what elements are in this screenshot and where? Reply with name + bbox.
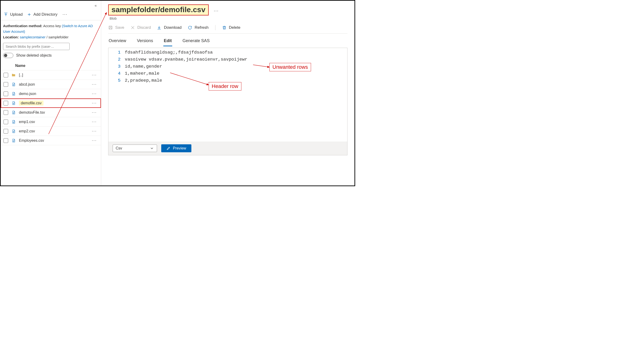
folder-icon — [11, 73, 16, 77]
row-more-button[interactable]: ··· — [90, 101, 98, 106]
file-icon — [11, 129, 16, 133]
download-icon — [157, 25, 162, 30]
location-label: Location: — [3, 35, 19, 39]
file-list-header: Name — [1, 62, 101, 70]
file-row[interactable]: Employees.csv··· — [1, 136, 101, 145]
command-bar: Save Discard Download Refresh Delete — [108, 24, 348, 34]
sidebar-toolbar: Upload Add Directory ··· — [1, 10, 101, 20]
row-checkbox[interactable] — [4, 110, 8, 115]
collapse-sidebar-icon[interactable]: « — [95, 4, 97, 8]
editor-footer: Csv Preview — [108, 142, 347, 155]
code-line: id,name,gender — [125, 63, 347, 70]
page-title: samplefolder/demofile.csv — [112, 6, 206, 14]
refresh-button[interactable]: Refresh — [188, 25, 209, 30]
line-number: 1 — [108, 49, 120, 56]
main-panel: samplefolder/demofile.csv ... Blob Save … — [101, 1, 354, 185]
show-deleted-toggle[interactable] — [3, 53, 13, 58]
title-annotation-box: samplefolder/demofile.csv — [108, 5, 209, 16]
row-checkbox[interactable] — [4, 138, 8, 143]
row-more-button[interactable]: ··· — [90, 73, 98, 77]
code-line: fdsahflidsangldsag;,fdsajfdsaofsa — [125, 49, 347, 56]
close-icon — [130, 25, 135, 30]
search-input[interactable] — [3, 43, 70, 50]
row-more-button[interactable]: ··· — [90, 129, 98, 134]
tab-overview[interactable]: Overview — [108, 38, 127, 46]
col-name[interactable]: Name — [15, 64, 26, 68]
code-line: vasoivew vdsav.pvanbae,joireaoienvr,savp… — [125, 56, 347, 63]
line-number: 5 — [108, 77, 120, 84]
file-name: emp1.csv — [19, 120, 35, 124]
upload-icon — [4, 12, 8, 17]
upload-button[interactable]: Upload — [4, 12, 23, 17]
row-checkbox[interactable] — [4, 73, 8, 77]
file-row[interactable]: emp1.csv··· — [1, 117, 101, 127]
row-more-button[interactable]: ··· — [90, 110, 98, 115]
refresh-label: Refresh — [195, 25, 209, 30]
file-name: demo.json — [19, 92, 36, 96]
row-checkbox[interactable] — [4, 120, 8, 124]
file-icon — [11, 110, 16, 115]
add-directory-button[interactable]: Add Directory — [27, 12, 58, 17]
breadcrumb-sep: / — [46, 35, 48, 39]
pencil-icon — [166, 146, 170, 150]
editor-code[interactable]: fdsahflidsangldsag;,fdsajfdsaofsavasoive… — [125, 49, 347, 142]
file-icon — [11, 101, 16, 105]
row-checkbox[interactable] — [4, 101, 8, 106]
editor-gutter: 12345 — [108, 49, 125, 142]
tab-edit[interactable]: Edit — [163, 38, 172, 46]
discard-label: Discard — [138, 25, 151, 30]
file-name: abcd.json — [19, 82, 35, 86]
preview-button[interactable]: Preview — [161, 144, 192, 152]
line-number: 2 — [108, 56, 120, 63]
delete-button[interactable]: Delete — [222, 25, 240, 30]
refresh-icon — [188, 25, 192, 30]
file-icon — [11, 82, 16, 87]
file-row[interactable]: abcd.json··· — [1, 80, 101, 89]
file-row[interactable]: [..]··· — [1, 70, 101, 80]
add-directory-label: Add Directory — [34, 12, 58, 17]
plus-icon — [27, 12, 32, 17]
sidebar: « Upload Add Directory ··· Authenticatio… — [1, 1, 101, 185]
file-icon — [11, 138, 16, 143]
save-icon — [108, 25, 113, 30]
preview-label: Preview — [173, 146, 186, 150]
annotation-header-row: Header row — [209, 82, 242, 91]
sidebar-more-button[interactable]: ··· — [62, 12, 68, 17]
format-select-value: Csv — [116, 146, 122, 150]
location-container-link[interactable]: samplecontainer — [20, 35, 46, 39]
file-name: demotsvFile.tsv — [19, 110, 45, 114]
title-more-button[interactable]: ... — [214, 8, 219, 13]
file-icon — [11, 120, 16, 124]
auth-method-label: Authentication method: — [3, 24, 42, 28]
file-icon — [11, 92, 16, 96]
upload-label: Upload — [10, 12, 23, 17]
row-more-button[interactable]: ··· — [90, 138, 98, 143]
file-name: emp2.csv — [19, 129, 35, 133]
row-more-button[interactable]: ··· — [90, 119, 98, 124]
tab-generate-sas[interactable]: Generate SAS — [182, 38, 210, 46]
file-name: demofile.csv — [19, 101, 44, 106]
discard-button[interactable]: Discard — [130, 25, 151, 30]
file-list: [..]···abcd.json···demo.json···demofile.… — [1, 70, 101, 145]
code-line: 1,maheer,male — [125, 70, 347, 77]
row-checkbox[interactable] — [4, 82, 8, 87]
tabs: Overview Versions Edit Generate SAS — [108, 34, 348, 46]
download-button[interactable]: Download — [157, 25, 182, 30]
save-button[interactable]: Save — [108, 25, 124, 30]
sidebar-info: Authentication method: Access key (Switc… — [1, 20, 101, 42]
file-name: Employees.csv — [19, 138, 44, 142]
row-more-button[interactable]: ··· — [90, 82, 98, 87]
format-select[interactable]: Csv — [113, 145, 157, 152]
editor: 12345 fdsahflidsangldsag;,fdsajfdsaofsav… — [108, 48, 348, 155]
auth-method-value: Access key — [43, 24, 61, 28]
tab-versions[interactable]: Versions — [136, 38, 154, 46]
row-checkbox[interactable] — [4, 129, 8, 134]
file-row[interactable]: emp2.csv··· — [1, 127, 101, 136]
row-more-button[interactable]: ··· — [90, 91, 98, 96]
row-checkbox[interactable] — [4, 92, 8, 96]
chevron-down-icon — [150, 146, 154, 150]
file-row[interactable]: demofile.csv··· — [1, 99, 101, 108]
download-label: Download — [164, 25, 182, 30]
file-row[interactable]: demo.json··· — [1, 89, 101, 99]
file-row[interactable]: demotsvFile.tsv··· — [1, 108, 101, 117]
